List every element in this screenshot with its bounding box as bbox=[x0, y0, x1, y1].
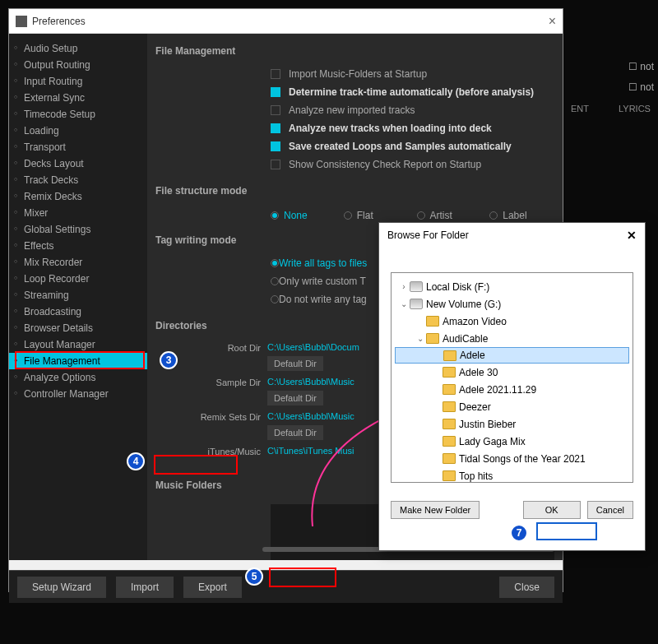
sidebar-item-file-management[interactable]: File Management bbox=[9, 353, 147, 369]
checkbox-icon[interactable] bbox=[271, 160, 280, 169]
tree-label: Adele bbox=[460, 350, 485, 361]
check-0[interactable]: Import Music-Folders at Startup bbox=[155, 65, 554, 83]
dir-label: Remix Sets Dir bbox=[155, 409, 267, 422]
tree-item-adele-30[interactable]: Adele 30 bbox=[395, 364, 629, 381]
tree-item-justin-bieber[interactable]: Justin Bieber bbox=[395, 415, 629, 433]
check-label: Save created Loops and Samples automatic… bbox=[289, 141, 512, 152]
check-5[interactable]: Show Consistency Check Report on Startup bbox=[155, 155, 554, 174]
sidebar-item-controller-manager[interactable]: Controller Manager bbox=[9, 386, 147, 402]
default-dir-button[interactable]: Default Dir bbox=[267, 425, 323, 440]
check-2[interactable]: Analyze new imported tracks bbox=[155, 101, 554, 119]
dir-label: iTunes/Music bbox=[155, 443, 267, 456]
checkbox-icon[interactable] bbox=[271, 105, 280, 115]
sidebar-item-global-settings[interactable]: Global Settings bbox=[9, 221, 147, 238]
tree-item-adele[interactable]: Adele bbox=[395, 347, 629, 364]
checkbox-icon[interactable] bbox=[271, 141, 280, 151]
import-button[interactable]: Import bbox=[116, 577, 174, 598]
tree-label: New Volume (G:) bbox=[426, 299, 501, 310]
check-4[interactable]: Save created Loops and Samples automatic… bbox=[155, 137, 554, 155]
radio-icon[interactable] bbox=[271, 277, 279, 285]
sidebar-item-transport[interactable]: Transport bbox=[9, 139, 147, 155]
cancel-button[interactable]: Cancel bbox=[587, 501, 633, 519]
check-label: Show Consistency Check Report on Startup bbox=[289, 159, 481, 170]
sidebar-item-effects[interactable]: Effects bbox=[9, 238, 147, 254]
tree-item-audicable[interactable]: ⌄AudiCable bbox=[395, 330, 629, 347]
checkbox-icon[interactable] bbox=[271, 123, 280, 133]
expand-icon[interactable]: › bbox=[398, 282, 410, 291]
tree-item-adele-2021-11-29[interactable]: Adele 2021.11.29 bbox=[395, 381, 629, 398]
preferences-sidebar: Audio SetupOutput RoutingInput RoutingEx… bbox=[9, 34, 147, 560]
tree-item-deezer[interactable]: Deezer bbox=[395, 398, 629, 415]
radio-icon[interactable] bbox=[489, 211, 498, 220]
sidebar-item-broadcasting[interactable]: Broadcasting bbox=[9, 303, 147, 320]
setup-wizard-button[interactable]: Setup Wizard bbox=[17, 577, 106, 598]
fs-option-none[interactable]: None bbox=[271, 210, 336, 221]
expand-icon[interactable]: ⌄ bbox=[415, 334, 426, 343]
radio-icon[interactable] bbox=[271, 295, 279, 303]
sidebar-item-remix-decks[interactable]: Remix Decks bbox=[9, 188, 147, 205]
badge-7: 7 bbox=[510, 524, 528, 542]
bg-tab-lyrics[interactable]: LYRICS bbox=[619, 104, 651, 114]
sidebar-item-mix-recorder[interactable]: Mix Recorder bbox=[9, 254, 147, 271]
radio-icon[interactable] bbox=[417, 211, 425, 220]
sidebar-item-mixer[interactable]: Mixer bbox=[9, 205, 147, 221]
checkbox-icon[interactable] bbox=[271, 69, 280, 79]
fs-option-flat[interactable]: Flat bbox=[344, 210, 409, 221]
sidebar-item-decks-layout[interactable]: Decks Layout bbox=[9, 155, 147, 172]
folder-icon bbox=[443, 384, 456, 395]
bg-not1: not bbox=[640, 61, 654, 72]
browse-titlebar[interactable]: Browse For Folder ✕ bbox=[379, 223, 645, 248]
check-3[interactable]: Analyze new tracks when loading into dec… bbox=[155, 119, 554, 137]
badge-5: 5 bbox=[245, 568, 263, 586]
checkbox-icon[interactable] bbox=[271, 87, 280, 97]
sidebar-item-output-routing[interactable]: Output Routing bbox=[9, 57, 147, 73]
tree-item-local-disk-f-[interactable]: ›Local Disk (F:) bbox=[395, 278, 629, 295]
close-icon[interactable]: × bbox=[549, 14, 556, 29]
make-new-folder-button[interactable]: Make New Folder bbox=[391, 501, 480, 519]
radio-icon[interactable] bbox=[271, 211, 279, 220]
sidebar-item-analyze-options[interactable]: Analyze Options bbox=[9, 369, 147, 386]
tree-item-amazon-video[interactable]: Amazon Video bbox=[395, 313, 629, 330]
sidebar-item-timecode-setup[interactable]: Timecode Setup bbox=[9, 106, 147, 123]
radio-label: None bbox=[284, 210, 308, 221]
check-1[interactable]: Determine track-time automatically (befo… bbox=[155, 83, 554, 101]
sidebar-item-streaming[interactable]: Streaming bbox=[9, 287, 147, 303]
app-icon bbox=[16, 16, 27, 27]
tree-label: Local Disk (F:) bbox=[426, 281, 489, 293]
sidebar-item-browser-details[interactable]: Browser Details bbox=[9, 320, 147, 336]
preferences-title: Preferences bbox=[32, 16, 549, 27]
ok-button[interactable]: OK bbox=[523, 501, 581, 519]
tree-item-new-volume-g-[interactable]: ⌄New Volume (G:) bbox=[395, 295, 629, 313]
sidebar-item-loading[interactable]: Loading bbox=[9, 123, 147, 139]
radio-icon[interactable] bbox=[271, 259, 279, 267]
tree-item-tidal-songs-of-the-year-2021[interactable]: Tidal Songs of the Year 2021 bbox=[395, 450, 629, 467]
default-dir-button[interactable]: Default Dir bbox=[267, 391, 323, 405]
tree-label: Tidal Songs of the Year 2021 bbox=[459, 453, 586, 465]
tree-item-lady-gaga-mix[interactable]: Lady Gaga Mix bbox=[395, 433, 629, 450]
fs-option-label[interactable]: Label bbox=[489, 210, 554, 221]
sidebar-item-external-sync[interactable]: External Sync bbox=[9, 90, 147, 106]
close-button[interactable]: Close bbox=[499, 577, 554, 598]
tree-label: AudiCable bbox=[443, 333, 488, 345]
sidebar-item-track-decks[interactable]: Track Decks bbox=[9, 172, 147, 188]
fs-option-artist[interactable]: Artist bbox=[417, 210, 482, 221]
sidebar-item-input-routing[interactable]: Input Routing bbox=[9, 73, 147, 90]
check-label: Analyze new tracks when loading into dec… bbox=[289, 123, 492, 134]
radio-icon[interactable] bbox=[344, 211, 352, 220]
sidebar-item-loop-recorder[interactable]: Loop Recorder bbox=[9, 271, 147, 287]
default-dir-button[interactable]: Default Dir bbox=[267, 356, 323, 371]
expand-icon[interactable]: ⌄ bbox=[398, 299, 410, 308]
folder-icon bbox=[426, 316, 439, 327]
tree-label: Deezer bbox=[459, 401, 491, 413]
tree-label: Amazon Video bbox=[443, 316, 507, 327]
browse-close-icon[interactable]: ✕ bbox=[627, 229, 637, 242]
sidebar-item-layout-manager[interactable]: Layout Manager bbox=[9, 336, 147, 353]
radio-label: Do not write any tag bbox=[279, 294, 367, 305]
tree-label: Adele 2021.11.29 bbox=[459, 384, 536, 396]
preferences-titlebar[interactable]: Preferences × bbox=[9, 9, 563, 34]
tree-item-top-hits[interactable]: Top hits bbox=[395, 467, 629, 483]
folder-tree[interactable]: ›Local Disk (F:)⌄New Volume (G:)Amazon V… bbox=[391, 272, 633, 483]
export-button[interactable]: Export bbox=[183, 577, 242, 598]
sidebar-item-audio-setup[interactable]: Audio Setup bbox=[9, 40, 147, 57]
bg-tab-ent[interactable]: ENT bbox=[571, 104, 589, 114]
